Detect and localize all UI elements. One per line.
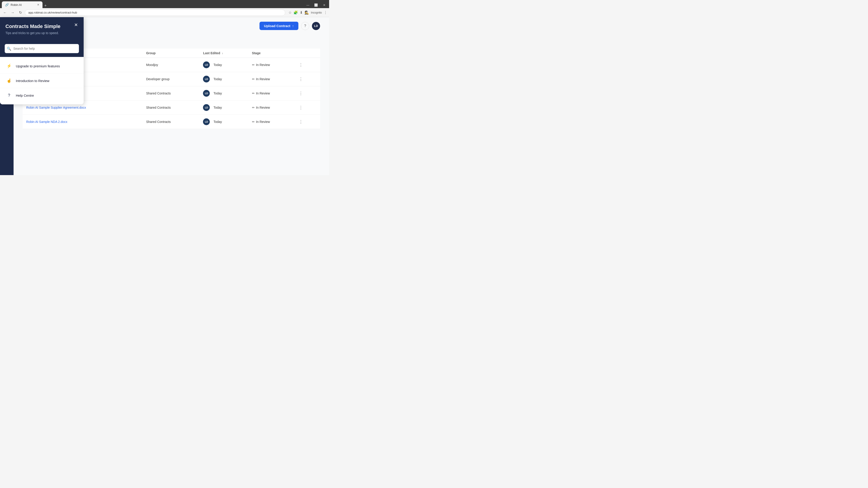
row-avatar: LD: [203, 76, 210, 83]
help-popup-title: Contracts Made Simple: [5, 24, 78, 29]
upload-contract-label: Upload Contract: [264, 24, 290, 28]
incognito-icon[interactable]: 🕵: [305, 10, 309, 15]
stage-cell: ✏ In Review: [248, 86, 293, 101]
stage-value: In Review: [256, 92, 270, 95]
help-search-wrapper: 🔍: [4, 44, 79, 53]
last-edited-cell: LD Today: [199, 115, 248, 129]
address-bar-row: ← → ↻ app.robinai.co.uk/review/contract-…: [0, 8, 329, 17]
group-cell: Shared Contracts: [143, 86, 199, 101]
help-icon: ?: [304, 24, 306, 28]
help-search-box: 🔍: [0, 40, 84, 57]
row-more-button[interactable]: ⋮: [297, 119, 305, 125]
group-value: Shared Contracts: [146, 92, 170, 95]
help-menu-item-help-centre[interactable]: ? Help Centre: [0, 88, 84, 103]
app-area: Upload Contract ↑ ? LD Contracts (5) Con…: [0, 17, 329, 175]
contract-name-link[interactable]: Robin AI Sample Supplier Agreement.docx: [26, 106, 86, 109]
help-menu-icon-upgrade: ⚡: [5, 62, 13, 70]
edit-icon: ✏: [252, 77, 255, 81]
maximize-button[interactable]: ⬜: [313, 2, 319, 8]
stage-cell: ✏ In Review: [248, 72, 293, 86]
close-icon: ✕: [74, 22, 78, 28]
last-edited-value: Today: [213, 106, 222, 109]
row-more-button[interactable]: ⋮: [297, 104, 305, 111]
col-header-last-edited[interactable]: Last Edited ↑: [199, 48, 248, 58]
download-icon[interactable]: ⬇: [300, 10, 303, 15]
help-button[interactable]: ?: [301, 22, 309, 30]
reload-button[interactable]: ↻: [17, 9, 24, 16]
close-button[interactable]: ✕: [321, 2, 327, 8]
group-value: Shared Contracts: [146, 106, 170, 109]
row-actions-cell: ⋮: [293, 86, 320, 101]
forward-button[interactable]: →: [9, 9, 16, 16]
group-value: Shared Contracts: [146, 120, 170, 124]
help-search-input[interactable]: [4, 44, 79, 53]
bookmark-icon[interactable]: ☆: [288, 10, 291, 15]
last-edited-value: Today: [213, 63, 222, 67]
help-popup-subtitle: Tips and tricks to get you up to speed.: [5, 31, 78, 35]
table-row: Robin AI Sample NDA 2.docx Shared Contra…: [23, 115, 320, 129]
help-popup: Contracts Made Simple Tips and tricks to…: [0, 17, 84, 104]
address-bar[interactable]: app.robinai.co.uk/review/contract-hub: [25, 9, 285, 16]
sort-arrow-icon: ↑: [222, 52, 223, 55]
tab-close-button[interactable]: ✕: [37, 3, 39, 6]
row-avatar: LD: [203, 61, 210, 68]
row-avatar: LD: [203, 90, 210, 97]
help-menu-icon-help-centre: ?: [5, 92, 13, 99]
last-edited-cell: LD Today: [199, 86, 248, 101]
last-edited-value: Today: [213, 77, 222, 81]
back-button[interactable]: ←: [2, 9, 8, 16]
row-more-button[interactable]: ⋮: [297, 76, 305, 83]
tab-icon: 🔗: [5, 3, 9, 6]
stage-cell: ✏ In Review: [248, 115, 293, 129]
stage-cell: ✏ In Review: [248, 101, 293, 115]
stage-value: In Review: [256, 63, 270, 67]
help-menu-label-help-centre: Help Centre: [16, 94, 34, 97]
contract-name-link[interactable]: Robin AI Sample NDA 2.docx: [26, 120, 67, 124]
edit-icon: ✏: [252, 63, 255, 67]
group-value: Developer group: [146, 77, 169, 81]
last-edited-value: Today: [213, 92, 222, 95]
help-menu-item-upgrade[interactable]: ⚡ Upgrade to premium features: [0, 59, 84, 73]
active-tab[interactable]: 🔗 Robin AI ✕: [2, 1, 42, 8]
minimize-button[interactable]: —: [305, 2, 311, 8]
address-bar-icons: ☆ 🧩 ⬇ 🕵 Incognito ⋮: [288, 10, 327, 15]
help-menu-label-intro: Introduction to Review: [16, 79, 49, 83]
new-tab-button[interactable]: +: [42, 3, 49, 8]
row-avatar: LD: [203, 119, 210, 125]
avatar-label: LD: [314, 24, 318, 28]
help-menu-label-upgrade: Upgrade to premium features: [16, 64, 60, 68]
incognito-label: Incognito: [311, 11, 322, 14]
row-actions-cell: ⋮: [293, 115, 320, 129]
help-menu-items: ⚡ Upgrade to premium features ☝ Introduc…: [0, 57, 84, 104]
row-more-button[interactable]: ⋮: [297, 61, 305, 68]
last-edited-cell: LD Today: [199, 58, 248, 72]
contract-name-cell: Robin AI Sample NDA 2.docx: [23, 115, 143, 129]
help-popup-close-button[interactable]: ✕: [73, 22, 79, 28]
upload-contract-button[interactable]: Upload Contract ↑: [259, 22, 298, 30]
row-actions-cell: ⋮: [293, 72, 320, 86]
edit-icon: ✏: [252, 92, 255, 95]
upload-icon: ↑: [292, 24, 294, 28]
help-menu-icon-intro: ☝: [5, 77, 13, 84]
last-edited-value: Today: [213, 120, 222, 124]
extensions-icon[interactable]: 🧩: [293, 10, 298, 15]
edit-icon: ✏: [252, 106, 255, 109]
col-header-stage[interactable]: Stage: [248, 48, 293, 58]
user-avatar-button[interactable]: LD: [312, 22, 320, 30]
row-more-button[interactable]: ⋮: [297, 90, 305, 97]
tab-label: Robin AI: [11, 3, 22, 6]
search-icon: 🔍: [7, 46, 11, 51]
col-header-actions: [293, 48, 320, 58]
last-edited-cell: LD Today: [199, 72, 248, 86]
help-menu-item-intro[interactable]: ☝ Introduction to Review: [0, 73, 84, 88]
group-value: Moodjoy: [146, 63, 158, 67]
row-actions-cell: ⋮: [293, 58, 320, 72]
menu-icon[interactable]: ⋮: [324, 10, 327, 15]
row-avatar: LD: [203, 104, 210, 111]
stage-cell: ✏ In Review: [248, 58, 293, 72]
group-cell: Developer group: [143, 72, 199, 86]
url-text: app.robinai.co.uk/review/contract-hub: [28, 11, 77, 14]
col-header-group[interactable]: Group: [143, 48, 199, 58]
group-cell: Shared Contracts: [143, 115, 199, 129]
stage-value: In Review: [256, 120, 270, 124]
